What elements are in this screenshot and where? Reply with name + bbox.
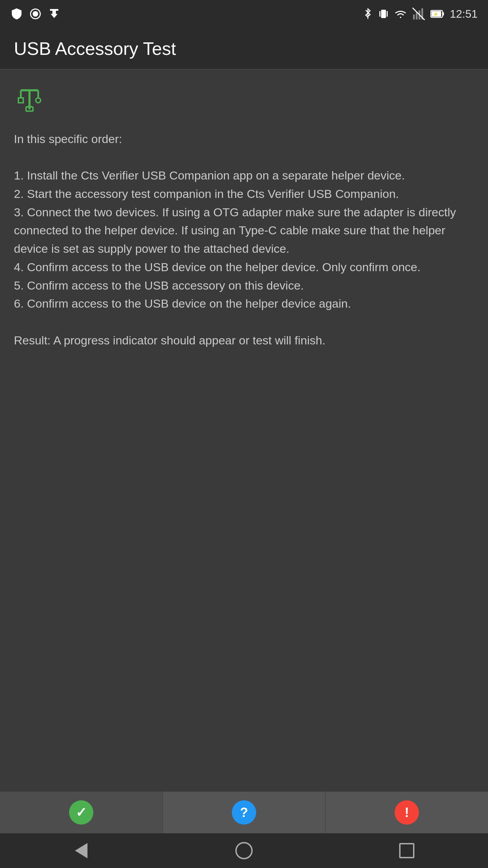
instructions-step-4: 4. Confirm access to the USB device on t… [14,260,421,274]
svg-text:⚡: ⚡ [433,11,438,17]
svg-rect-6 [379,11,380,17]
svg-rect-7 [387,11,388,17]
status-bar-right: ⚡ 12:51 [363,8,478,20]
svg-rect-5 [381,10,386,18]
svg-marker-4 [51,14,58,18]
recents-button[interactable] [393,837,421,865]
info-button[interactable]: ? [163,792,326,833]
app-bar: USB Accessory Test [0,28,488,69]
recents-icon [399,843,414,858]
svg-rect-9 [416,12,418,19]
back-button[interactable] [67,837,95,865]
instructions-text: In this specific order: 1. Install the C… [14,130,474,792]
fail-button[interactable]: ! [326,792,488,833]
pass-button[interactable]: ✓ [0,792,163,833]
fail-exclamation: ! [405,805,409,820]
svg-rect-14 [443,12,444,16]
nav-bar [0,833,488,868]
signal-icon [412,8,425,20]
battery-icon: ⚡ [430,9,444,19]
usb-icon-container [14,83,474,119]
pass-checkmark: ✓ [76,805,87,820]
status-time: 12:51 [450,8,478,20]
info-question: ? [240,805,248,820]
bluetooth-icon [363,8,373,20]
svg-rect-21 [18,98,23,103]
status-bar-left [10,8,60,20]
record-icon [29,8,42,20]
instructions-step-6: 6. Confirm access to the USB device on t… [14,297,351,310]
svg-point-1 [33,11,38,17]
svg-rect-8 [413,15,415,19]
usb-icon [14,86,45,121]
download-icon [48,8,60,20]
info-icon: ? [232,800,256,825]
back-icon [75,843,87,858]
instructions-step-3: 3. Connect the two devices. If using a O… [14,206,456,255]
wifi-icon [394,8,407,20]
bottom-action-bar: ✓ ? ! [0,792,488,833]
home-icon [235,842,253,859]
vibrate-icon [378,8,389,20]
instructions-step-5: 5. Confirm access to the USB accessory o… [14,279,304,292]
status-bar: ⚡ 12:51 [0,0,488,28]
svg-rect-2 [50,9,58,11]
instructions-step-1: 1. Install the Cts Verifier USB Companio… [14,169,405,182]
instructions-step-2: 2. Start the accessory test companion in… [14,187,399,200]
fail-icon: ! [395,800,419,825]
instructions-result: Result: A progress indicator should appe… [14,334,326,347]
content-area: In this specific order: 1. Install the C… [0,69,488,792]
page-title: USB Accessory Test [14,38,176,59]
home-button[interactable] [230,837,258,865]
instructions-intro: In this specific order: [14,132,122,145]
usb-symbol-svg [14,83,45,115]
pass-icon: ✓ [69,800,93,825]
shield-icon [10,8,23,20]
svg-point-22 [36,98,41,103]
